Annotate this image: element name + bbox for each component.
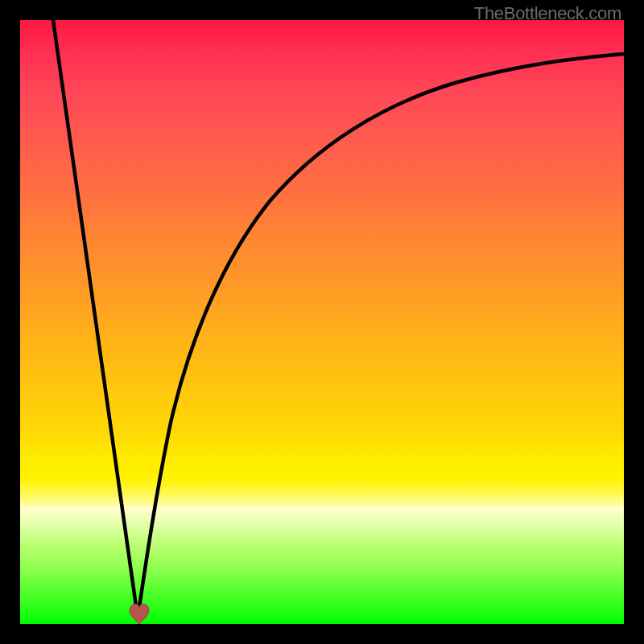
curve-right-branch <box>138 54 624 617</box>
watermark: TheBottleneck.com <box>474 3 621 24</box>
chart-gradient-area <box>20 20 624 624</box>
heart-icon <box>125 600 154 629</box>
optimal-point-marker <box>125 600 154 629</box>
chart-curve-overlay <box>20 20 624 624</box>
curve-left-branch <box>53 20 138 617</box>
